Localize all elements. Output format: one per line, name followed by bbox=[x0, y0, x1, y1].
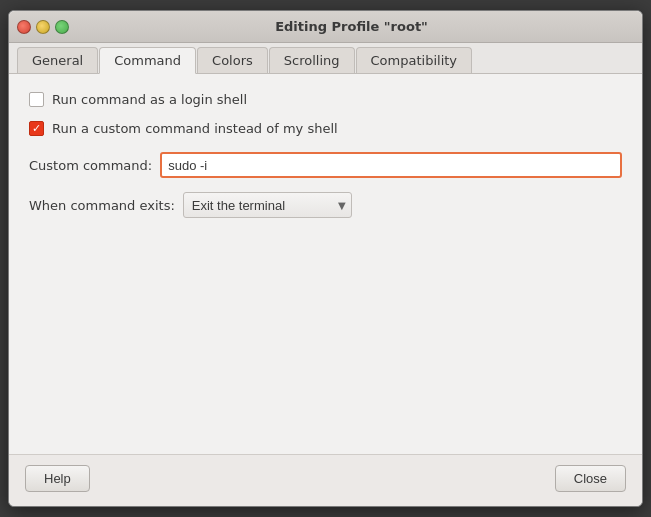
minimize-window-button[interactable] bbox=[36, 20, 50, 34]
close-button[interactable]: Close bbox=[555, 465, 626, 492]
close-window-button[interactable] bbox=[17, 20, 31, 34]
tabs-bar: General Command Colors Scrolling Compati… bbox=[9, 43, 642, 74]
help-button[interactable]: Help bbox=[25, 465, 90, 492]
custom-command-field-label: Custom command: bbox=[29, 158, 152, 173]
when-exits-select[interactable]: Exit the terminal Hold the terminal open… bbox=[183, 192, 352, 218]
login-shell-checkbox[interactable] bbox=[29, 92, 44, 107]
window-controls bbox=[17, 20, 69, 34]
button-bar: Help Close bbox=[9, 454, 642, 506]
custom-command-input-row: Custom command: bbox=[29, 152, 622, 178]
tab-scrolling[interactable]: Scrolling bbox=[269, 47, 355, 73]
tab-colors[interactable]: Colors bbox=[197, 47, 268, 73]
when-exits-wrapper: Exit the terminal Hold the terminal open… bbox=[183, 192, 352, 218]
login-shell-row: Run command as a login shell bbox=[29, 90, 622, 109]
when-exits-row: When command exits: Exit the terminal Ho… bbox=[29, 192, 622, 218]
maximize-window-button[interactable] bbox=[55, 20, 69, 34]
tab-compatibility[interactable]: Compatibility bbox=[356, 47, 473, 73]
tab-general[interactable]: General bbox=[17, 47, 98, 73]
window-title: Editing Profile "root" bbox=[69, 19, 634, 34]
login-shell-label: Run command as a login shell bbox=[52, 92, 247, 107]
main-window: Editing Profile "root" General Command C… bbox=[8, 10, 643, 507]
tab-command[interactable]: Command bbox=[99, 47, 196, 74]
tab-content: Run command as a login shell Run a custo… bbox=[9, 74, 642, 454]
custom-command-row: Run a custom command instead of my shell bbox=[29, 119, 622, 138]
when-exits-label: When command exits: bbox=[29, 198, 175, 213]
custom-command-checkbox[interactable] bbox=[29, 121, 44, 136]
titlebar: Editing Profile "root" bbox=[9, 11, 642, 43]
custom-command-input[interactable] bbox=[160, 152, 622, 178]
custom-command-label: Run a custom command instead of my shell bbox=[52, 121, 338, 136]
